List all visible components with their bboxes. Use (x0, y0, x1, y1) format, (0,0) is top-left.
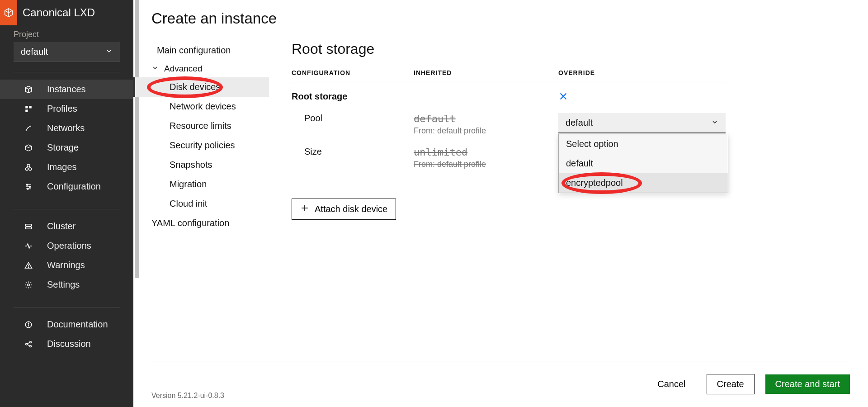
config-nav: Main configuration Advanced Disk devices… (151, 41, 269, 361)
svg-point-16 (28, 284, 30, 286)
sidebar-label: Storage (47, 142, 79, 153)
col-inherited: INHERITED (414, 69, 558, 76)
warning-icon (24, 261, 33, 270)
svg-rect-0 (25, 106, 28, 108)
sidebar-item-profiles[interactable]: Profiles (0, 99, 133, 118)
sidebar-label: Operations (47, 241, 91, 251)
advanced-label: Advanced (164, 64, 203, 74)
pool-option-placeholder[interactable]: Select option (559, 134, 728, 154)
chevron-down-icon (151, 64, 159, 74)
version-text: Version 5.21.2-ui-0.8.3 (151, 392, 224, 400)
pool-label: Pool (292, 113, 414, 123)
clear-override-button[interactable] (558, 91, 726, 104)
brand: Canonical LXD (0, 0, 133, 25)
nav-group-help: Documentation Discussion (0, 310, 133, 358)
sidebar-item-storage[interactable]: Storage (0, 138, 133, 157)
pool-option-encryptedpool[interactable]: encryptedpool (559, 173, 728, 193)
row-pool: Pool default From: default profile defau… (292, 108, 726, 141)
gear-icon (24, 281, 33, 289)
config-sub-cloud-init[interactable]: Cloud init (151, 194, 269, 213)
footer-actions: Cancel Create Create and start (151, 361, 850, 407)
sliders-icon (24, 183, 33, 191)
pool-select-box[interactable]: default (558, 113, 726, 133)
grid-icon (24, 105, 33, 113)
create-button[interactable]: Create (707, 374, 755, 394)
sidebar-label: Profiles (47, 104, 77, 114)
config-sub-resource-limits[interactable]: Resource limits (151, 116, 269, 136)
sidebar-item-configuration[interactable]: Configuration (0, 177, 133, 196)
sidebar: Canonical LXD Project default Instances … (0, 0, 133, 407)
pool-selected-value: default (566, 118, 593, 128)
sidebar-label: Configuration (47, 181, 101, 192)
sidebar-item-discussion[interactable]: Discussion (0, 334, 133, 354)
config-nav-advanced[interactable]: Advanced (151, 60, 269, 77)
pool-inherited: default From: default profile (414, 113, 558, 136)
project-select[interactable]: default (14, 42, 120, 62)
config-sub-snapshots[interactable]: Snapshots (151, 155, 269, 175)
sidebar-label: Discussion (47, 339, 91, 349)
nav-group-main: Instances Profiles Networks Storage Imag… (0, 75, 133, 201)
cube-icon (24, 85, 33, 94)
config-body: Root storage CONFIGURATION INHERITED OVE… (292, 41, 726, 361)
sidebar-item-settings[interactable]: Settings (0, 275, 133, 294)
section-title: Root storage (292, 41, 726, 57)
sidebar-item-networks[interactable]: Networks (0, 118, 133, 138)
page-title: Create an instance (151, 10, 850, 27)
sub-label: Disk devices (170, 82, 220, 92)
sidebar-label: Settings (47, 279, 80, 290)
create-and-start-button[interactable]: Create and start (765, 374, 850, 394)
pool-dropdown: Select option default encryptedpool (558, 134, 728, 193)
divider (14, 307, 120, 308)
sidebar-item-instances[interactable]: Instances (0, 80, 133, 99)
svg-point-9 (27, 184, 28, 185)
info-icon (24, 321, 33, 329)
attach-disk-button[interactable]: Attach disk device (292, 199, 396, 220)
sidebar-item-documentation[interactable]: Documentation (0, 315, 133, 334)
svg-point-19 (28, 322, 29, 323)
svg-point-15 (28, 267, 29, 268)
config-sub-migration[interactable]: Migration (151, 175, 269, 194)
plus-icon (300, 204, 309, 215)
server-icon (24, 222, 33, 231)
row-root-storage: Root storage (292, 82, 726, 108)
config-sub-network-devices[interactable]: Network devices (151, 97, 269, 116)
config-sub-disk-devices[interactable]: Disk devices (133, 77, 269, 97)
size-inherited-source: From: default profile (414, 160, 558, 169)
sidebar-item-cluster[interactable]: Cluster (0, 217, 133, 236)
nav-group-sys: Cluster Operations Warnings Settings (0, 212, 133, 299)
col-override: OVERRIDE (558, 69, 726, 76)
svg-point-5 (27, 164, 30, 167)
table-header: CONFIGURATION INHERITED OVERRIDE (292, 69, 726, 82)
project-block: Project default (0, 25, 133, 64)
sidebar-item-images[interactable]: Images (0, 157, 133, 177)
pool-override-select[interactable]: default Select option default encryptedp… (558, 113, 726, 133)
col-configuration: CONFIGURATION (292, 69, 414, 76)
divider (14, 72, 120, 72)
svg-point-11 (27, 188, 28, 189)
size-inherited-value: unlimited (414, 147, 558, 158)
svg-rect-1 (29, 106, 32, 108)
sidebar-label: Documentation (47, 319, 108, 330)
svg-point-3 (25, 167, 28, 170)
config-nav-yaml[interactable]: YAML configuration (151, 213, 269, 233)
attach-label: Attach disk device (315, 204, 387, 214)
images-icon (24, 163, 33, 171)
pool-inherited-value: default (414, 113, 558, 124)
svg-rect-12 (25, 224, 32, 226)
svg-rect-2 (25, 109, 28, 112)
sidebar-label: Instances (47, 84, 86, 95)
cancel-button[interactable]: Cancel (647, 374, 695, 394)
config-sub-security-policies[interactable]: Security policies (151, 136, 269, 155)
config-nav-main[interactable]: Main configuration (151, 41, 269, 60)
svg-point-4 (29, 167, 32, 170)
sidebar-item-operations[interactable]: Operations (0, 236, 133, 256)
root-storage-label: Root storage (292, 91, 414, 102)
size-label: Size (292, 147, 414, 157)
pool-option-default[interactable]: default (559, 154, 728, 173)
sidebar-label: Warnings (47, 260, 85, 270)
network-icon (24, 124, 33, 133)
pool-inherited-source: From: default profile (414, 126, 558, 136)
sidebar-label: Cluster (47, 221, 75, 232)
brand-text: Canonical LXD (23, 6, 95, 19)
sidebar-item-warnings[interactable]: Warnings (0, 256, 133, 275)
